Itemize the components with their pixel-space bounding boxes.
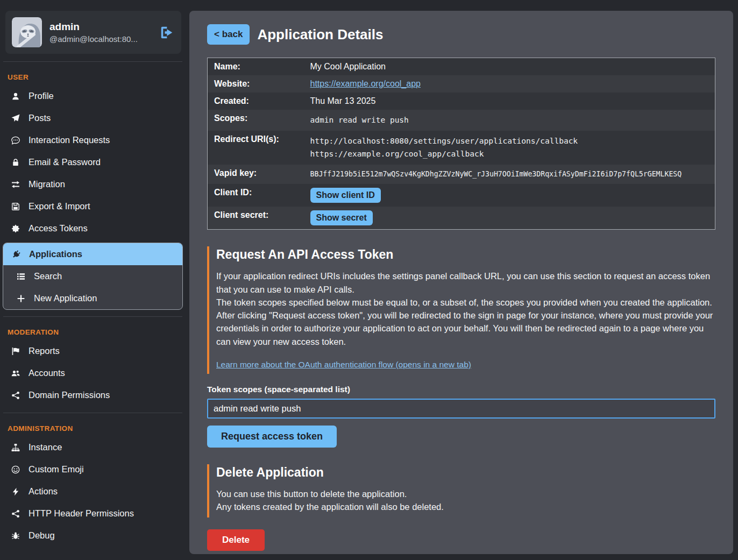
- sidebar-item-label: HTTP Header Permissions: [29, 508, 134, 519]
- row-label: Redirect URI(s):: [208, 131, 307, 165]
- row-value: admin read write push: [307, 110, 715, 131]
- floppy-icon: [11, 202, 20, 211]
- sidebar-item-label: Posts: [29, 113, 51, 123]
- table-row: Client secret:Show secret: [208, 207, 715, 230]
- sidebar-item-applications[interactable]: Applications: [3, 243, 182, 265]
- table-row: Vapid key:BBJffJ219b5iE512m7wQSzv4KgKDhg…: [208, 165, 715, 184]
- row-value: http://localhost:8080/settings/user/appl…: [307, 131, 715, 165]
- sidebar-item-label: Access Tokens: [29, 223, 88, 233]
- lock-icon: [11, 158, 20, 167]
- paper-plane-icon: [11, 114, 20, 123]
- sidebar-nav: USERProfilePostsInteraction RequestsEmai…: [0, 68, 186, 547]
- paragraph: After clicking "Request access token", y…: [216, 309, 715, 348]
- mono-value: https://example.org/cool_app/callback: [310, 147, 712, 161]
- sidebar-item-debug[interactable]: Debug: [0, 524, 186, 547]
- row-value: Show client ID: [307, 184, 715, 207]
- row-value: Show secret: [307, 207, 715, 230]
- sidebar-item-instance[interactable]: Instance: [0, 436, 186, 458]
- user-handle: @admin@localhost:80...: [49, 34, 138, 44]
- sidebar-item-http-header-permissions[interactable]: HTTP Header Permissions: [0, 502, 186, 524]
- user-name: admin: [49, 21, 138, 33]
- row-value: Thu Mar 13 2025: [307, 93, 715, 110]
- sidebar-item-actions[interactable]: Actions: [0, 480, 186, 502]
- flag-icon: [11, 347, 20, 356]
- sidebar-item-migration[interactable]: Migration: [0, 173, 186, 195]
- sidebar-item-domain-permissions[interactable]: Domain Permissions: [0, 384, 186, 406]
- sidebar-item-label: Instance: [29, 442, 62, 452]
- row-value: https://example.org/cool_app: [307, 75, 715, 93]
- table-row: Name:My Cool Application: [208, 58, 715, 76]
- table-row: Scopes:admin read write push: [208, 110, 715, 131]
- certificate-icon: [11, 224, 20, 233]
- request-token-paragraphs: If your application redirect URIs includ…: [216, 270, 715, 348]
- sidebar-item-label: Accounts: [29, 368, 65, 378]
- sidebar-item-custom-emoji[interactable]: Custom Emoji: [0, 458, 186, 480]
- sidebar-item-label: Applications: [29, 249, 82, 259]
- share-nodes-icon: [11, 391, 20, 400]
- token-scopes-label: Token scopes (space-separated list): [207, 385, 715, 394]
- sidebar-item-export-import[interactable]: Export & Import: [0, 195, 186, 217]
- divider: [3, 61, 182, 62]
- sidebar-item-interaction-requests[interactable]: Interaction Requests: [0, 129, 186, 151]
- sidebar-item-label: Interaction Requests: [29, 135, 110, 145]
- sidebar-item-access-tokens[interactable]: Access Tokens: [0, 217, 186, 239]
- delete-button[interactable]: Delete: [207, 529, 265, 551]
- table-row: Created:Thu Mar 13 2025: [208, 93, 715, 110]
- sidebar-item-label: Export & Import: [29, 201, 90, 211]
- request-access-token-button[interactable]: Request access token: [207, 426, 337, 448]
- plug-icon: [11, 250, 21, 259]
- paragraph: If your application redirect URIs includ…: [216, 270, 715, 296]
- sidebar-item-new-application[interactable]: New Application: [3, 287, 182, 309]
- sidebar-item-reports[interactable]: Reports: [0, 340, 186, 362]
- table-row: Redirect URI(s):http://localhost:8080/se…: [208, 131, 715, 165]
- bolt-icon: [11, 487, 20, 496]
- show-client-id-button[interactable]: Show client ID: [310, 188, 381, 203]
- sidebar-item-label: Search: [34, 271, 62, 281]
- request-token-heading: Request An API Access Token: [216, 247, 715, 262]
- sidebar-item-posts[interactable]: Posts: [0, 107, 186, 129]
- sign-out-icon[interactable]: [159, 25, 174, 40]
- request-token-section: Request An API Access Token If your appl…: [207, 246, 715, 448]
- row-value: BBJffJ219b5iE512m7wQSzv4KgKDhgZZVzNyWC_r…: [307, 165, 715, 184]
- sidebar-item-label: Profile: [29, 91, 54, 101]
- text-value: My Cool Application: [310, 62, 386, 71]
- oauth-docs-link[interactable]: Learn more about the OAuth authenticatio…: [216, 360, 471, 370]
- page-title: Application Details: [257, 26, 383, 43]
- sidebar-group-applications: ApplicationsSearchNew Application: [3, 243, 183, 310]
- request-token-description: Request An API Access Token If your appl…: [207, 246, 715, 374]
- sidebar-item-search[interactable]: Search: [3, 265, 182, 287]
- table-row: Client ID:Show client ID: [208, 184, 715, 207]
- mono-value: http://localhost:8080/settings/user/appl…: [310, 134, 712, 148]
- comment-dots-icon: [11, 136, 20, 145]
- back-button[interactable]: < back: [207, 24, 250, 45]
- user-icon: [11, 92, 20, 101]
- sidebar-item-label: Reports: [29, 346, 60, 356]
- sitemap-icon: [11, 443, 20, 452]
- row-label: Name:: [208, 58, 307, 76]
- user-card[interactable]: admin @admin@localhost:80...: [5, 11, 181, 54]
- token-request-form: Token scopes (space-separated list) Requ…: [207, 385, 715, 448]
- row-label: Client secret:: [208, 207, 307, 230]
- share-nodes-icon: [11, 509, 20, 518]
- sidebar-item-label: Actions: [29, 486, 58, 497]
- token-scopes-input[interactable]: [207, 399, 715, 419]
- paragraph: You can use this button to delete the ap…: [216, 487, 715, 500]
- website-link[interactable]: https://example.org/cool_app: [310, 79, 421, 88]
- sidebar-section-header: ADMINISTRATION: [0, 420, 186, 436]
- mono-value: admin read write push: [310, 114, 712, 127]
- delete-application-heading: Delete Application: [216, 465, 715, 480]
- smile-icon: [11, 465, 20, 474]
- delete-application-description: Delete Application You can use this butt…: [207, 464, 715, 518]
- sidebar-item-profile[interactable]: Profile: [0, 85, 186, 107]
- sidebar-section-header: MODERATION: [0, 323, 186, 340]
- paragraph: Any tokens created by the application wi…: [216, 500, 715, 513]
- application-details-table: Name:My Cool ApplicationWebsite:https://…: [207, 58, 715, 230]
- sidebar-item-accounts[interactable]: Accounts: [0, 362, 186, 384]
- delete-paragraphs: You can use this button to delete the ap…: [216, 487, 715, 514]
- row-label: Vapid key:: [208, 165, 307, 184]
- show-secret-button[interactable]: Show secret: [310, 210, 373, 225]
- main-panel: < back Application Details Name:My Cool …: [189, 11, 733, 554]
- sidebar-item-email-password[interactable]: Email & Password: [0, 151, 186, 173]
- paragraph: The token scopes specified below must be…: [216, 296, 715, 309]
- row-label: Scopes:: [208, 110, 307, 131]
